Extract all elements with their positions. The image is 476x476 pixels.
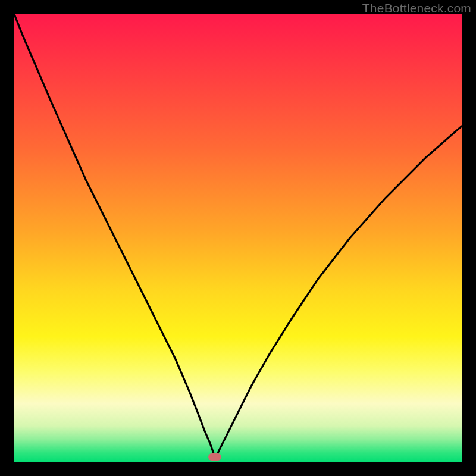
watermark-text: TheBottleneck.com bbox=[362, 1, 471, 15]
optimal-marker bbox=[208, 453, 221, 461]
plot-area bbox=[14, 14, 462, 462]
chart-frame: TheBottleneck.com bbox=[0, 0, 476, 476]
bottleneck-curve bbox=[14, 14, 462, 462]
